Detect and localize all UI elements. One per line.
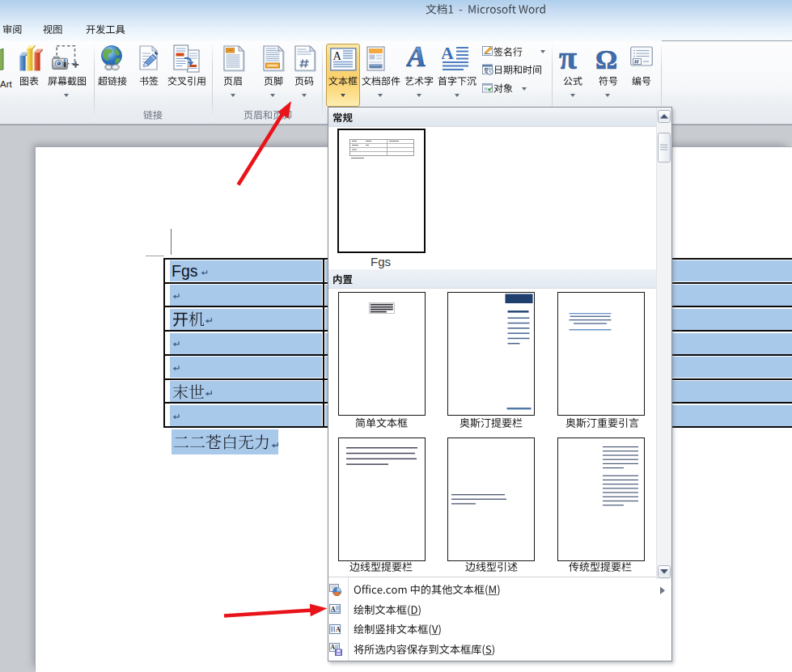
- svg-text:A: A: [442, 44, 454, 63]
- svg-text:A: A: [331, 606, 336, 613]
- svg-text:Ω: Ω: [595, 44, 617, 74]
- svg-text:A: A: [333, 49, 342, 62]
- svg-text:π: π: [559, 42, 577, 74]
- svg-text:A: A: [406, 43, 426, 73]
- svg-text:A: A: [336, 626, 341, 633]
- svg-text:A: A: [331, 644, 336, 651]
